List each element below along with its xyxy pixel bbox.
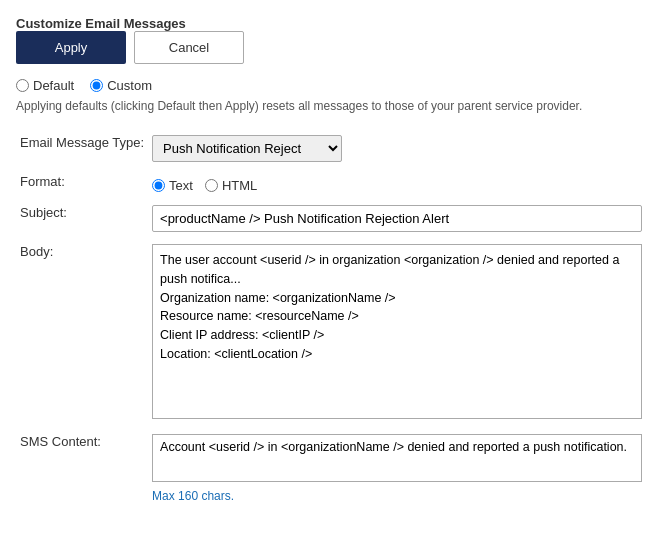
subject-label: Subject: — [16, 199, 148, 238]
default-radio-label[interactable]: Default — [16, 78, 74, 93]
sms-textarea[interactable] — [152, 434, 642, 482]
email-type-select[interactable]: Push Notification Reject — [152, 135, 342, 162]
subject-input[interactable] — [152, 205, 642, 232]
page-title: Customize Email Messages — [16, 16, 636, 31]
mode-selector: Default Custom — [16, 78, 636, 93]
info-text: Applying defaults (clicking Default then… — [16, 99, 636, 113]
form-table: Email Message Type: Push Notification Re… — [16, 129, 646, 509]
max-chars-label: Max 160 chars. — [152, 489, 642, 503]
body-label: Body: — [16, 238, 148, 428]
sms-row: SMS Content: Max 160 chars. — [16, 428, 646, 509]
email-type-row: Email Message Type: Push Notification Re… — [16, 129, 646, 168]
body-field — [148, 238, 646, 428]
sms-label: SMS Content: — [16, 428, 148, 509]
format-html-radio[interactable] — [205, 179, 218, 192]
body-row: Body: — [16, 238, 646, 428]
subject-field — [148, 199, 646, 238]
default-label: Default — [33, 78, 74, 93]
apply-button[interactable]: Apply — [16, 31, 126, 64]
email-type-field: Push Notification Reject — [148, 129, 646, 168]
email-type-label: Email Message Type: — [16, 129, 148, 168]
custom-radio-label[interactable]: Custom — [90, 78, 152, 93]
format-label: Format: — [16, 168, 148, 199]
subject-row: Subject: — [16, 199, 646, 238]
format-html-span: HTML — [222, 178, 257, 193]
format-row: Format: Text HTML — [16, 168, 646, 199]
format-text-label[interactable]: Text — [152, 178, 193, 193]
body-textarea[interactable] — [152, 244, 642, 419]
custom-radio[interactable] — [90, 79, 103, 92]
sms-field: Max 160 chars. — [148, 428, 646, 509]
custom-label: Custom — [107, 78, 152, 93]
format-field: Text HTML — [148, 168, 646, 199]
format-text-span: Text — [169, 178, 193, 193]
default-radio[interactable] — [16, 79, 29, 92]
toolbar: Apply Cancel — [16, 31, 636, 64]
format-html-label[interactable]: HTML — [205, 178, 257, 193]
format-text-radio[interactable] — [152, 179, 165, 192]
cancel-button[interactable]: Cancel — [134, 31, 244, 64]
